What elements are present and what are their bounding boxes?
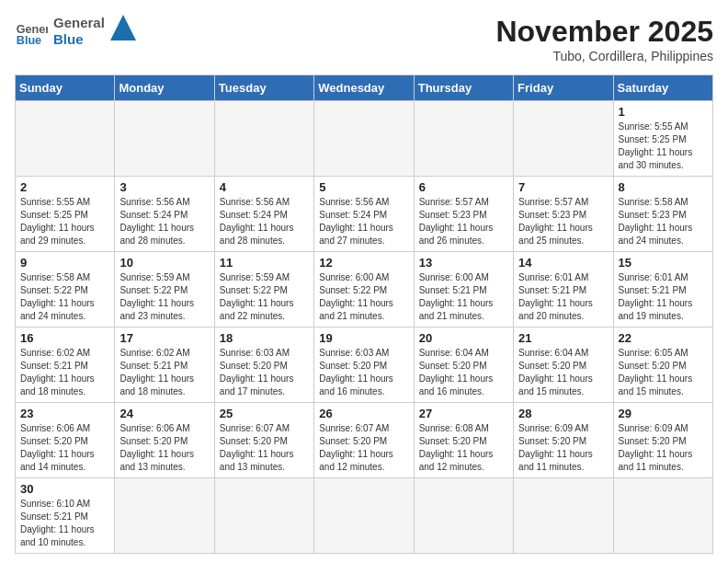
calendar-cell: 27Sunrise: 6:08 AM Sunset: 5:20 PM Dayli… (414, 403, 513, 478)
day-number: 4 (220, 180, 309, 194)
day-info: Sunrise: 6:00 AM Sunset: 5:22 PM Dayligh… (319, 271, 408, 323)
calendar-week-row: 16Sunrise: 6:02 AM Sunset: 5:21 PM Dayli… (16, 327, 713, 403)
day-info: Sunrise: 6:03 AM Sunset: 5:20 PM Dayligh… (319, 347, 408, 398)
day-number: 24 (119, 407, 209, 420)
day-info: Sunrise: 6:04 AM Sunset: 5:20 PM Dayligh… (518, 347, 608, 398)
day-number: 28 (518, 407, 608, 420)
calendar-week-row: 9Sunrise: 5:58 AM Sunset: 5:22 PM Daylig… (16, 252, 713, 327)
day-number: 26 (319, 407, 408, 420)
calendar-cell: 11Sunrise: 5:59 AM Sunset: 5:22 PM Dayli… (214, 252, 313, 327)
calendar-cell: 21Sunrise: 6:04 AM Sunset: 5:20 PM Dayli… (514, 327, 613, 403)
day-info: Sunrise: 6:07 AM Sunset: 5:20 PM Dayligh… (220, 422, 309, 474)
day-info: Sunrise: 5:56 AM Sunset: 5:24 PM Dayligh… (119, 196, 209, 247)
calendar-cell: 5Sunrise: 5:56 AM Sunset: 5:24 PM Daylig… (314, 177, 414, 252)
day-number: 5 (319, 180, 408, 194)
calendar-cell: 9Sunrise: 5:58 AM Sunset: 5:22 PM Daylig… (16, 252, 115, 327)
day-number: 3 (119, 180, 209, 194)
calendar-cell (16, 101, 115, 177)
day-info: Sunrise: 6:04 AM Sunset: 5:20 PM Dayligh… (419, 347, 508, 398)
calendar-cell (613, 478, 712, 554)
calendar-cell (115, 101, 214, 177)
calendar-cell (115, 478, 214, 554)
svg-text:Blue: Blue (17, 34, 41, 47)
day-info: Sunrise: 5:56 AM Sunset: 5:24 PM Dayligh… (319, 196, 408, 247)
day-number: 9 (20, 256, 109, 270)
calendar-cell: 8Sunrise: 5:58 AM Sunset: 5:23 PM Daylig… (613, 177, 712, 252)
calendar-cell (414, 478, 513, 554)
day-info: Sunrise: 5:57 AM Sunset: 5:23 PM Dayligh… (518, 196, 608, 247)
calendar-cell (314, 101, 414, 177)
calendar-header-row: SundayMondayTuesdayWednesdayThursdayFrid… (16, 75, 713, 101)
day-info: Sunrise: 6:07 AM Sunset: 5:20 PM Dayligh… (319, 422, 408, 474)
calendar-week-row: 30Sunrise: 6:10 AM Sunset: 5:21 PM Dayli… (16, 478, 713, 554)
day-number: 29 (619, 407, 708, 420)
calendar-cell: 26Sunrise: 6:07 AM Sunset: 5:20 PM Dayli… (314, 403, 414, 478)
calendar-cell: 4Sunrise: 5:56 AM Sunset: 5:24 PM Daylig… (214, 177, 313, 252)
logo-icon: General Blue (15, 15, 48, 48)
day-number: 30 (20, 482, 109, 496)
calendar-cell (514, 101, 613, 177)
day-info: Sunrise: 6:02 AM Sunset: 5:21 PM Dayligh… (119, 347, 209, 398)
page-header: General Blue General Blue November 2025 … (15, 15, 713, 63)
calendar-cell (514, 478, 613, 554)
day-info: Sunrise: 6:06 AM Sunset: 5:20 PM Dayligh… (119, 422, 209, 474)
day-number: 12 (319, 256, 408, 270)
calendar-cell: 1Sunrise: 5:55 AM Sunset: 5:25 PM Daylig… (613, 101, 712, 177)
calendar-cell: 2Sunrise: 5:55 AM Sunset: 5:25 PM Daylig… (16, 177, 115, 252)
calendar-table: SundayMondayTuesdayWednesdayThursdayFrid… (15, 75, 713, 554)
day-info: Sunrise: 5:57 AM Sunset: 5:23 PM Dayligh… (419, 196, 508, 247)
calendar-cell: 25Sunrise: 6:07 AM Sunset: 5:20 PM Dayli… (214, 403, 313, 478)
day-number: 19 (319, 331, 408, 345)
day-number: 2 (20, 180, 109, 194)
calendar-cell (414, 101, 513, 177)
day-number: 7 (518, 180, 608, 194)
svg-marker-3 (110, 15, 136, 40)
day-number: 18 (220, 331, 309, 345)
calendar-cell: 28Sunrise: 6:09 AM Sunset: 5:20 PM Dayli… (514, 403, 613, 478)
calendar-cell: 12Sunrise: 6:00 AM Sunset: 5:22 PM Dayli… (314, 252, 414, 327)
day-info: Sunrise: 6:01 AM Sunset: 5:21 PM Dayligh… (518, 271, 608, 323)
day-number: 27 (419, 407, 508, 420)
day-info: Sunrise: 6:09 AM Sunset: 5:20 PM Dayligh… (619, 422, 708, 474)
calendar-week-row: 23Sunrise: 6:06 AM Sunset: 5:20 PM Dayli… (16, 403, 713, 478)
calendar-cell: 13Sunrise: 6:00 AM Sunset: 5:21 PM Dayli… (414, 252, 513, 327)
day-number: 17 (119, 331, 209, 345)
calendar-cell: 23Sunrise: 6:06 AM Sunset: 5:20 PM Dayli… (16, 403, 115, 478)
day-info: Sunrise: 6:01 AM Sunset: 5:21 PM Dayligh… (619, 271, 708, 323)
day-number: 21 (518, 331, 608, 345)
day-info: Sunrise: 6:06 AM Sunset: 5:20 PM Dayligh… (20, 422, 109, 474)
day-info: Sunrise: 5:58 AM Sunset: 5:22 PM Dayligh… (20, 271, 109, 323)
location-text: Tubo, Cordillera, Philippines (495, 49, 713, 63)
day-info: Sunrise: 5:56 AM Sunset: 5:24 PM Dayligh… (220, 196, 309, 247)
weekday-header-tuesday: Tuesday (214, 75, 313, 101)
day-number: 13 (419, 256, 508, 270)
calendar-week-row: 2Sunrise: 5:55 AM Sunset: 5:25 PM Daylig… (16, 177, 713, 252)
day-number: 25 (220, 407, 309, 420)
day-number: 11 (220, 256, 309, 270)
calendar-cell: 14Sunrise: 6:01 AM Sunset: 5:21 PM Dayli… (514, 252, 613, 327)
calendar-cell (214, 101, 313, 177)
calendar-cell: 29Sunrise: 6:09 AM Sunset: 5:20 PM Dayli… (613, 403, 712, 478)
day-info: Sunrise: 5:58 AM Sunset: 5:23 PM Dayligh… (619, 196, 708, 247)
calendar-cell: 19Sunrise: 6:03 AM Sunset: 5:20 PM Dayli… (314, 327, 414, 403)
calendar-cell: 15Sunrise: 6:01 AM Sunset: 5:21 PM Dayli… (613, 252, 712, 327)
weekday-header-monday: Monday (115, 75, 214, 101)
day-info: Sunrise: 6:02 AM Sunset: 5:21 PM Dayligh… (20, 347, 109, 398)
day-info: Sunrise: 5:55 AM Sunset: 5:25 PM Dayligh… (20, 196, 109, 247)
day-info: Sunrise: 5:55 AM Sunset: 5:25 PM Dayligh… (619, 121, 708, 172)
day-info: Sunrise: 6:05 AM Sunset: 5:20 PM Dayligh… (619, 347, 708, 398)
logo-general-text: General (53, 15, 105, 31)
calendar-cell (214, 478, 313, 554)
calendar-cell: 17Sunrise: 6:02 AM Sunset: 5:21 PM Dayli… (115, 327, 214, 403)
day-info: Sunrise: 6:03 AM Sunset: 5:20 PM Dayligh… (220, 347, 309, 398)
logo-blue-text: Blue (53, 31, 105, 48)
day-info: Sunrise: 6:08 AM Sunset: 5:20 PM Dayligh… (419, 422, 508, 474)
day-number: 15 (619, 256, 708, 270)
day-number: 20 (419, 331, 508, 345)
day-number: 14 (518, 256, 608, 270)
day-number: 6 (419, 180, 508, 194)
calendar-cell: 20Sunrise: 6:04 AM Sunset: 5:20 PM Dayli… (414, 327, 513, 403)
weekday-header-friday: Friday (514, 75, 613, 101)
calendar-cell: 16Sunrise: 6:02 AM Sunset: 5:21 PM Dayli… (16, 327, 115, 403)
calendar-cell: 24Sunrise: 6:06 AM Sunset: 5:20 PM Dayli… (115, 403, 214, 478)
